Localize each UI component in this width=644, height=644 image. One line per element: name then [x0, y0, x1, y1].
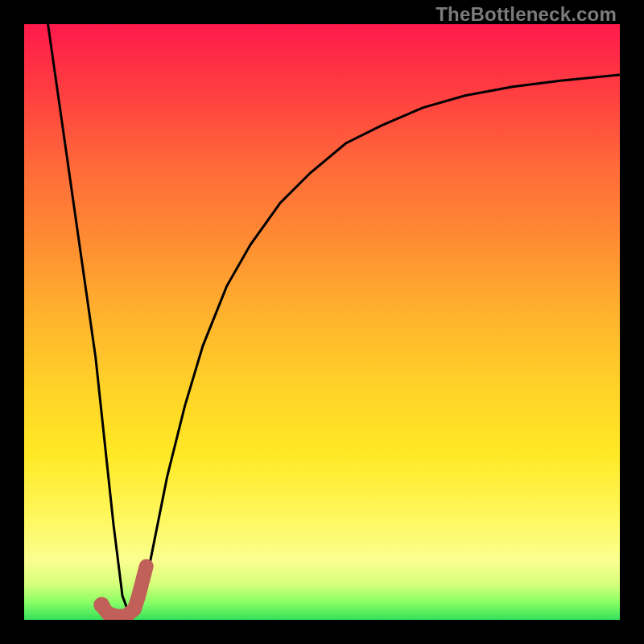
watermark-text: TheBottleneck.com: [436, 3, 617, 26]
bottleneck-curve: [48, 24, 620, 620]
chart-svg: [24, 24, 620, 620]
chart-plot-area: [24, 24, 620, 620]
chart-frame: TheBottleneck.com: [0, 0, 644, 644]
marker-path: [101, 566, 147, 616]
marker-dot: [93, 597, 109, 613]
